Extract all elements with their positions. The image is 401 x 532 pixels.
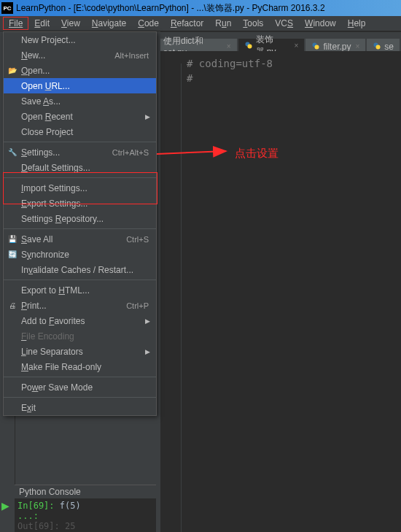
menu-item-label: Close Project (21, 127, 73, 137)
menu-item-add-to-favorites[interactable]: Add to Favorites▶ (4, 313, 156, 328)
submenu-arrow-icon: ▶ (145, 317, 150, 325)
menu-item-save-all[interactable]: 💾Save AllCtrl+S (4, 231, 156, 247)
menu-window[interactable]: Window (299, 17, 342, 30)
menu-item-label: Default Settings... (21, 163, 90, 173)
menu-help[interactable]: Help (342, 17, 372, 30)
menu-item-make-file-read-only[interactable]: Make File Read-only (4, 359, 156, 374)
menu-item-open-url[interactable]: Open URL... (4, 78, 156, 93)
menu-item-line-separators[interactable]: Line Separators▶ (4, 344, 156, 359)
menu-item-export-settings[interactable]: Export Settings... (4, 196, 156, 211)
menu-item-invalidate-caches-restart[interactable]: Invalidate Caches / Restart... (4, 262, 156, 277)
code-line: # (160, 71, 401, 85)
menu-separator (4, 177, 156, 178)
code-line: # coding=utf-8 (160, 56, 401, 71)
tab-label: 使用dict和set.py (163, 35, 222, 52)
tab-label: 装饰器.py (256, 34, 290, 53)
menu-item-label: Power Save Mode (21, 382, 93, 393)
menu-item-new[interactable]: New...Alt+Insert (4, 47, 156, 63)
editor-tab[interactable]: 使用dict和set.py × (160, 39, 237, 52)
menu-item-label: New Project... (21, 35, 76, 45)
menu-item-label: Save All (21, 234, 52, 244)
console-code: f(5) (55, 501, 81, 511)
menubar: File Edit View Navigate Code Refactor Ru… (0, 16, 401, 31)
menu-item-synchronize[interactable]: 🔄Synchronize (4, 247, 156, 262)
menu-item-label: Make File Read-only (21, 362, 101, 372)
menu-item-open-recent[interactable]: Open Recent▶ (4, 109, 156, 124)
editor-tab[interactable]: se (367, 39, 400, 52)
menu-item-label: Save As... (21, 96, 61, 107)
menu-run[interactable]: Run (209, 17, 237, 30)
window-title: LearnPython - [E:\code\python\LearnPytho… (16, 2, 325, 15)
menu-navigate[interactable]: Navigate (86, 17, 132, 30)
save-icon: 💾 (7, 235, 18, 243)
python-file-icon (244, 41, 253, 51)
menu-item-label: Print... (21, 301, 47, 311)
menu-item-close-project[interactable]: Close Project (4, 124, 156, 139)
editor-tabbar: 使用dict和set.py × 装饰器.py × filter.py × (160, 31, 401, 52)
console-header[interactable]: Python Console (15, 485, 156, 499)
code-area[interactable]: # coding=utf-8 # (160, 52, 401, 85)
menu-item-label: Settings Repository... (21, 214, 104, 224)
console-continuation: ...: (17, 511, 39, 521)
editor-gutter (160, 63, 182, 532)
print-icon: 🖨 (7, 301, 18, 309)
submenu-arrow-icon: ▶ (145, 113, 150, 120)
menu-tools[interactable]: Tools (237, 17, 269, 30)
menu-item-label: Open Recent (21, 112, 73, 122)
menu-item-print[interactable]: 🖨Print...Ctrl+P (4, 298, 156, 313)
menu-item-export-to-html[interactable]: Export to HTML... (4, 282, 156, 298)
console-gutter: ▶ (1, 500, 15, 512)
menu-item-label: Import Settings... (21, 183, 87, 193)
menu-code[interactable]: Code (132, 17, 165, 30)
menu-item-label: File Encoding (21, 331, 74, 342)
menu-item-label: Line Separators (21, 347, 83, 357)
menu-refactor[interactable]: Refactor (165, 17, 209, 30)
menu-view[interactable]: View (55, 17, 86, 30)
python-file-icon (373, 42, 381, 52)
close-icon[interactable]: × (227, 42, 231, 50)
menu-item-open[interactable]: 📂Open... (4, 63, 156, 78)
menu-item-label: Settings... (21, 147, 60, 158)
svg-point-3 (315, 45, 319, 49)
close-icon[interactable]: × (355, 42, 359, 50)
menu-item-settings[interactable]: 🔧Settings...Ctrl+Alt+S (4, 144, 156, 160)
menu-item-label: Synchronize (21, 250, 69, 260)
pycharm-logo-icon: PC (1, 2, 13, 14)
menu-item-label: New... (21, 50, 45, 61)
editor-tab[interactable]: filter.py × (305, 39, 365, 52)
menu-item-label: Export to HTML... (21, 285, 90, 296)
svg-point-5 (376, 45, 381, 49)
menu-item-new-project[interactable]: New Project... (4, 32, 156, 47)
run-arrow-icon[interactable]: ▶ (1, 500, 15, 512)
console-prompt: In[69]: (17, 501, 55, 511)
file-menu-dropdown: New Project...New...Alt+Insert📂Open...Op… (3, 31, 157, 416)
console-output: Out[69]: 25 (17, 521, 153, 531)
svg-point-1 (247, 44, 252, 48)
menu-item-default-settings[interactable]: Default Settings... (4, 160, 156, 175)
menu-item-file-encoding[interactable]: File Encoding (4, 328, 156, 344)
menu-item-label: Add to Favorites (21, 316, 85, 326)
menu-item-label: Exit (21, 403, 36, 413)
menu-item-label: Open URL... (21, 81, 70, 91)
menu-edit[interactable]: Edit (28, 17, 55, 30)
menu-item-exit[interactable]: Exit (4, 400, 156, 415)
menu-vcs[interactable]: VCS (269, 17, 299, 30)
menu-item-import-settings[interactable]: Import Settings... (4, 180, 156, 196)
submenu-arrow-icon: ▶ (145, 348, 150, 355)
tab-label: filter.py (323, 42, 351, 52)
close-icon[interactable]: × (295, 42, 299, 50)
editor-area: 使用dict和set.py × 装饰器.py × filter.py × (160, 31, 401, 532)
console-body[interactable]: In[69]: f(5) ...: Out[69]: 25 (15, 499, 156, 532)
menu-item-power-save-mode[interactable]: Power Save Mode (4, 379, 156, 395)
menu-separator (4, 280, 156, 280)
python-console-panel: Python Console In[69]: f(5) ...: Out[69]… (15, 485, 156, 532)
menu-shortcut: Ctrl+P (126, 301, 149, 310)
editor-tab-active[interactable]: 装饰器.py × (238, 39, 305, 52)
menu-file[interactable]: File (3, 17, 28, 30)
menu-item-save-as[interactable]: Save As... (4, 93, 156, 109)
menu-separator (4, 228, 156, 229)
menu-shortcut: Ctrl+Alt+S (112, 148, 149, 157)
menu-item-label: Invalidate Caches / Restart... (21, 265, 133, 275)
menu-item-settings-repository[interactable]: Settings Repository... (4, 211, 156, 226)
menu-separator (4, 377, 156, 377)
